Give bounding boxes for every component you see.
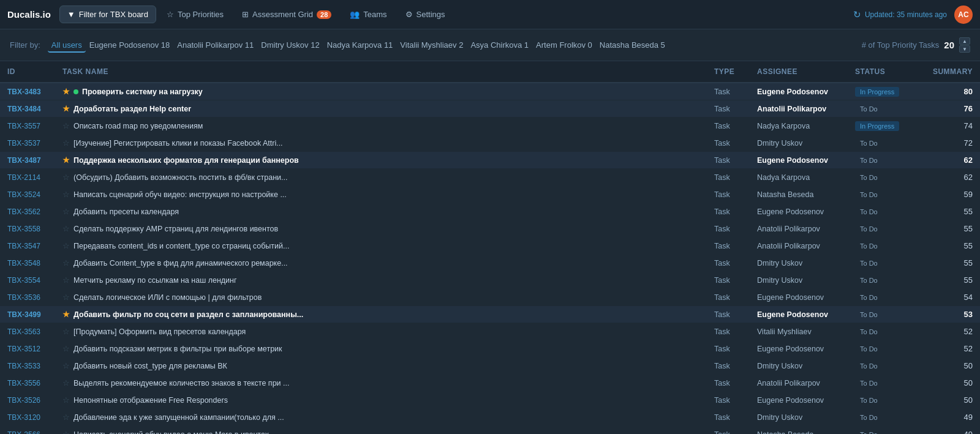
cell-status: To Do (853, 361, 926, 371)
cell-task-name: ☆(Обсудить) Добавить возможность постить… (60, 173, 712, 182)
cell-id[interactable]: TBX-3548 (5, 259, 60, 268)
table-row[interactable]: TBX-3524☆Написать сценарий обуч видео: и… (0, 186, 980, 203)
filter-user-6[interactable]: Asya Chirkova 1 (467, 39, 532, 51)
star-icon[interactable]: ★ (62, 104, 70, 113)
star-icon[interactable]: ☆ (62, 361, 70, 370)
star-icon[interactable]: ☆ (62, 413, 70, 422)
settings-button[interactable]: ⚙ Settings (398, 6, 453, 23)
cell-id[interactable]: TBX-2114 (5, 173, 60, 182)
cell-type: Task (712, 379, 755, 387)
star-icon[interactable]: ☆ (62, 121, 70, 130)
col-assignee: Assignee (755, 67, 853, 76)
table-row[interactable]: TBX-3512☆Добавить подсказки метрик в фил… (0, 340, 980, 357)
star-icon[interactable]: ☆ (62, 275, 70, 285)
table-row[interactable]: TBX-3484★Доработать раздел Help centerTa… (0, 100, 980, 118)
cell-id[interactable]: TBX-3120 (5, 413, 60, 422)
star-icon[interactable]: ★ (62, 87, 70, 96)
star-icon[interactable]: ★ (62, 310, 70, 319)
star-icon[interactable]: ☆ (62, 293, 70, 302)
cell-summary: 55 (926, 275, 975, 285)
filter-user-8[interactable]: Natasha Beseda 5 (596, 39, 669, 51)
star-icon[interactable]: ★ (62, 155, 70, 165)
table-row[interactable]: TBX-3483★Проверить систему на нагрузкуTa… (0, 83, 980, 100)
table-row[interactable]: TBX-3563☆[Продумать] Оформить вид пресет… (0, 323, 980, 340)
cell-id[interactable]: TBX-3556 (5, 379, 60, 387)
status-badge: To Do (855, 344, 883, 354)
table-row[interactable]: TBX-3547☆Передавать content_ids и conten… (0, 238, 980, 255)
table-row[interactable]: TBX-3536☆Сделать логическое ИЛИ с помощь… (0, 289, 980, 306)
filter-user-2[interactable]: Anatolii Polikarpov 11 (173, 39, 257, 51)
cell-id[interactable]: TBX-3547 (5, 242, 60, 250)
cell-assignee: Anatolii Polikarpov (755, 379, 853, 387)
filter-user-4[interactable]: Nadya Karpova 11 (323, 39, 397, 51)
filter-user-5[interactable]: Vitalii Myshliaev 2 (396, 39, 467, 51)
filter-user-0[interactable]: All users (48, 39, 86, 53)
cell-id[interactable]: TBX-3487 (5, 156, 60, 165)
priority-increment[interactable]: ▲ (959, 37, 970, 45)
star-icon[interactable]: ☆ (62, 430, 70, 434)
cell-id[interactable]: TBX-3563 (5, 327, 60, 336)
filter-user-7[interactable]: Artem Frolkov 0 (532, 39, 596, 51)
table-row[interactable]: TBX-3537☆[Изучение] Регистрировать клики… (0, 135, 980, 152)
top-priorities-button[interactable]: ☆ Top Priorities (159, 6, 232, 23)
star-icon[interactable]: ☆ (62, 395, 70, 405)
priority-decrement[interactable]: ▼ (959, 45, 970, 53)
table-row[interactable]: TBX-3566☆Написать сценарий обуч видео о … (0, 426, 980, 434)
table-row[interactable]: TBX-3562☆Добавить пресеты календаряTaskE… (0, 203, 980, 220)
table-row[interactable]: TBX-3558☆Сделать поддержку АМР страниц д… (0, 220, 980, 238)
priority-spinner[interactable]: ▲ ▼ (959, 37, 970, 53)
cell-type: Task (712, 276, 755, 285)
cell-type: Task (712, 156, 755, 165)
cell-id[interactable]: TBX-3499 (5, 310, 60, 319)
cell-id[interactable]: TBX-3566 (5, 430, 60, 435)
task-name-text: Добавить новый cost_type для рекламы ВК (74, 362, 227, 370)
star-icon[interactable]: ☆ (62, 224, 70, 233)
task-name-text: Доработать раздел Help center (74, 105, 191, 113)
star-icon[interactable]: ☆ (62, 344, 70, 353)
filter-user-3[interactable]: Dmitry Uskov 12 (257, 39, 323, 51)
star-icon[interactable]: ☆ (62, 207, 70, 216)
table-row[interactable]: TBX-3487★Поддержка нескольких форматов д… (0, 152, 980, 169)
table-row[interactable]: TBX-3556☆Выделять рекомендуемое количест… (0, 375, 980, 392)
cell-id[interactable]: TBX-3526 (5, 396, 60, 405)
cell-id[interactable]: TBX-3554 (5, 276, 60, 285)
cell-id[interactable]: TBX-3483 (5, 88, 60, 96)
status-badge: In Progress (855, 121, 899, 131)
table-row[interactable]: TBX-3533☆Добавить новый cost_type для ре… (0, 357, 980, 375)
cell-id[interactable]: TBX-3512 (5, 345, 60, 353)
cell-id[interactable]: TBX-3484 (5, 105, 60, 113)
star-icon[interactable]: ☆ (62, 241, 70, 250)
star-icon[interactable]: ☆ (62, 327, 70, 336)
task-name-text: Проверить систему на нагрузку (82, 88, 203, 96)
cell-status: To Do (853, 344, 926, 354)
cell-id[interactable]: TBX-3557 (5, 122, 60, 130)
table-row[interactable]: TBX-3499★Добавить фильтр по соц сети в р… (0, 306, 980, 323)
cell-id[interactable]: TBX-3558 (5, 225, 60, 233)
star-icon[interactable]: ☆ (62, 378, 70, 387)
table-row[interactable]: TBX-3554☆Метчить рекламу по ссылкам на н… (0, 272, 980, 289)
assessment-grid-button[interactable]: ⊞ Assessment Grid 28 (234, 6, 339, 23)
table-row[interactable]: TBX-3557☆Описать road map по уведомления… (0, 118, 980, 135)
teams-button[interactable]: 👥 Teams (342, 6, 394, 23)
table-body: TBX-3483★Проверить систему на нагрузкуTa… (0, 83, 980, 434)
table-row[interactable]: TBX-3120☆Добавление эда к уже запущенной… (0, 409, 980, 426)
filter-user-1[interactable]: Eugene Podosenov 18 (86, 39, 174, 51)
cell-id[interactable]: TBX-3537 (5, 139, 60, 148)
star-icon[interactable]: ☆ (62, 258, 70, 268)
cell-id[interactable]: TBX-3533 (5, 362, 60, 370)
cell-task-name: ★Добавить фильтр по соц сети в раздел с … (60, 310, 712, 319)
table-row[interactable]: TBX-3548☆Добавить Content_type в фид для… (0, 255, 980, 272)
star-icon[interactable]: ☆ (62, 138, 70, 148)
cell-summary: 50 (926, 378, 975, 387)
cell-status: To Do (853, 430, 926, 435)
cell-id[interactable]: TBX-3524 (5, 190, 60, 199)
table-row[interactable]: TBX-2114☆(Обсудить) Добавить возможность… (0, 169, 980, 186)
cell-id[interactable]: TBX-3562 (5, 208, 60, 216)
table-row[interactable]: TBX-3526☆Непонятные отображение Free Res… (0, 392, 980, 409)
star-icon[interactable]: ☆ (62, 190, 70, 199)
filter-board-button[interactable]: ▼ Filter for TBX board (59, 6, 156, 23)
cell-task-name: ☆Добавление эда к уже запущенной кампани… (60, 413, 712, 422)
avatar[interactable]: AC (954, 6, 973, 24)
cell-id[interactable]: TBX-3536 (5, 293, 60, 302)
star-icon[interactable]: ☆ (62, 173, 70, 182)
